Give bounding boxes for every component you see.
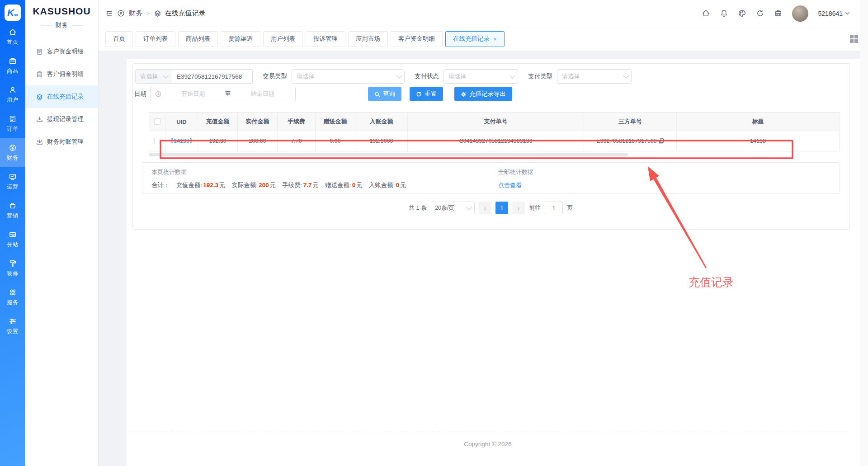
app-logo[interactable]: K ss [5,5,21,21]
sidebar-item-reconciliation[interactable]: 财务对账管理 [25,131,98,153]
breadcrumb-section[interactable]: 财务 [129,9,142,18]
col-header-credited: 入账金额 [355,113,408,131]
reset-button[interactable]: 重置 [410,87,443,101]
notifications-button[interactable] [720,9,728,18]
refresh-button[interactable] [756,9,764,18]
rail-item-orders[interactable]: 订单 [0,109,25,138]
trade-type-label: 交易类型 [263,72,287,80]
theme-button[interactable] [738,9,746,18]
query-button[interactable]: 查询 [368,87,401,101]
chevron-down-icon [396,73,402,79]
cell-credited: 192.3000 [355,131,408,151]
main-area: 财务 > 在线充值记录 5218641 [99,0,868,466]
chevron-down-icon [623,73,629,79]
tab-app-market[interactable]: 应用市场 [348,31,388,47]
total-label: 合计： [151,181,170,189]
pagination: 共 1 条 20条/页 ‹ 1 › 前往 页 [142,202,840,214]
rail-item-services[interactable]: 服务 [0,283,25,312]
copy-icon[interactable] [659,138,664,144]
tab-supply-channel[interactable]: 货源渠道 [221,31,260,47]
broom-icon [774,9,783,18]
bell-icon [720,9,728,18]
stat-gift: 赠送金额:0元 [325,181,363,189]
page-unit-label: 页 [567,204,573,212]
tab-layout-icon[interactable] [850,35,858,43]
page-panel: 请选择 交易类型 请选择 支付状态 请选择 [127,59,860,466]
col-header-uid: UID [165,113,198,131]
prev-page-button[interactable]: ‹ [479,202,491,214]
breadcrumb-current: 在线充值记录 [165,9,206,18]
tab-complaints[interactable]: 投诉管理 [306,31,345,47]
tab-close-icon[interactable]: × [493,36,497,42]
goto-page-input[interactable] [545,202,563,214]
window-scrollbar[interactable] [860,0,868,466]
pay-status-select[interactable]: 请选择 [443,69,518,84]
recharge-records-card: 请选择 交易类型 请选择 支付状态 请选择 [132,63,850,230]
uid-link[interactable]: 【14138】 [168,137,195,145]
trade-type-select[interactable]: 请选择 [292,69,405,84]
avatar[interactable] [792,5,808,22]
user-menu[interactable]: 5218641 [818,10,850,17]
select-all-checkbox[interactable] [154,118,160,125]
sidebar-item-customer-commission[interactable]: 客户佣金明细 [25,63,98,85]
layers-icon [36,94,43,100]
home-shortcut[interactable] [702,9,710,18]
col-header-recharge: 充值金额 [198,113,238,131]
sidebar-item-withdraw-records[interactable]: 提现记录管理 [25,108,98,131]
goto-label: 前往 [529,204,541,212]
table-horizontal-scrollbar[interactable] [149,153,628,156]
chevron-down-icon [845,11,850,16]
tab-goods-list[interactable]: 商品列表 [178,31,218,47]
stat-recharge: 充值金额:192.3元 [176,181,226,189]
withdraw-icon [36,116,43,123]
tab-user-list[interactable]: 用户列表 [263,31,303,47]
search-icon [374,91,380,97]
page-size-select[interactable]: 20条/页 [431,202,475,214]
view-all-stats-link[interactable]: 点击查看 [498,181,533,189]
tab-order-list[interactable]: 订单列表 [136,31,175,47]
palette-icon [738,9,746,18]
row-checkbox[interactable] [154,138,160,144]
rail-item-users[interactable]: 用户 [0,80,25,109]
date-range-picker[interactable]: 开始日期 至 结束日期 [150,87,296,101]
cell-gift: 0.00 [316,131,355,151]
clear-cache-button[interactable] [774,9,783,18]
search-field-select[interactable]: 请选择 [135,69,171,84]
rail-item-home[interactable]: 首页 [0,23,25,52]
keyword-input[interactable] [177,73,252,80]
next-page-button[interactable]: › [512,202,525,214]
rail-item-marketing[interactable]: 营销 [0,196,25,225]
stat-actual: 实际金额:200元 [232,181,276,189]
sidebar-item-customer-funds[interactable]: 客户资金明细 [25,40,98,63]
col-header-third-no: 三方单号 [584,113,677,131]
operation-icon [9,173,17,181]
tab-online-recharge[interactable]: 在线充值记录 × [445,31,505,47]
rail-item-goods[interactable]: 商品 [0,52,25,80]
chevron-down-icon [163,73,169,79]
brand-name: KASUSHOU [25,6,98,17]
col-header-pay-no: 支付单号 [408,113,584,131]
pay-type-label: 支付类型 [528,72,552,80]
rail-item-substation[interactable]: 分站 [0,225,25,254]
cell-third-no: E392705812167917568 [584,131,677,151]
cell-recharge: 192.30 [198,131,238,151]
rail-item-settings[interactable]: 设置 [0,312,25,341]
rail-item-operation[interactable]: 运营 [0,167,25,196]
menu-fold-icon[interactable] [105,9,113,17]
tab-home[interactable]: 首页 [105,31,133,47]
pay-type-select[interactable]: 请选择 [557,69,632,84]
page-stats-summary: 合计： 充值金额:192.3元 实际金额:200元 手续费:7.7元 赠送金额:… [151,181,830,189]
current-page-button[interactable]: 1 [495,202,508,214]
cell-title: 14138 [677,131,839,151]
table-row: 【14138】 192.30 200.00 7.70 0.00 192.3000… [149,131,839,151]
rail-item-decoration[interactable]: 装修 [0,254,25,283]
statistics-panel: 本页统计数据 合计： 充值金额:192.3元 实际金额:200元 手续费:7.7… [142,162,840,194]
module-subtitle: 财务 [25,21,98,29]
order-icon [9,115,17,123]
export-button[interactable]: 充值记录导出 [454,87,512,101]
reset-icon [416,91,422,97]
tab-customer-funds[interactable]: 客户资金明细 [391,31,443,47]
sidebar-item-online-recharge[interactable]: 在线充值记录 [25,85,98,108]
gear-icon [461,91,467,97]
rail-item-finance[interactable]: 财务 [0,138,25,167]
